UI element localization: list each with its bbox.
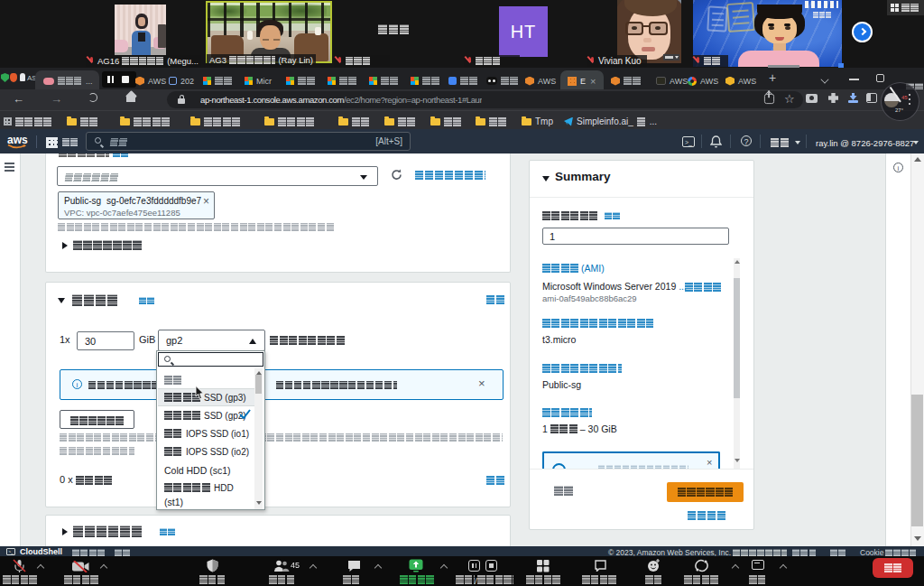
svg-text:aws: aws [7,134,28,146]
